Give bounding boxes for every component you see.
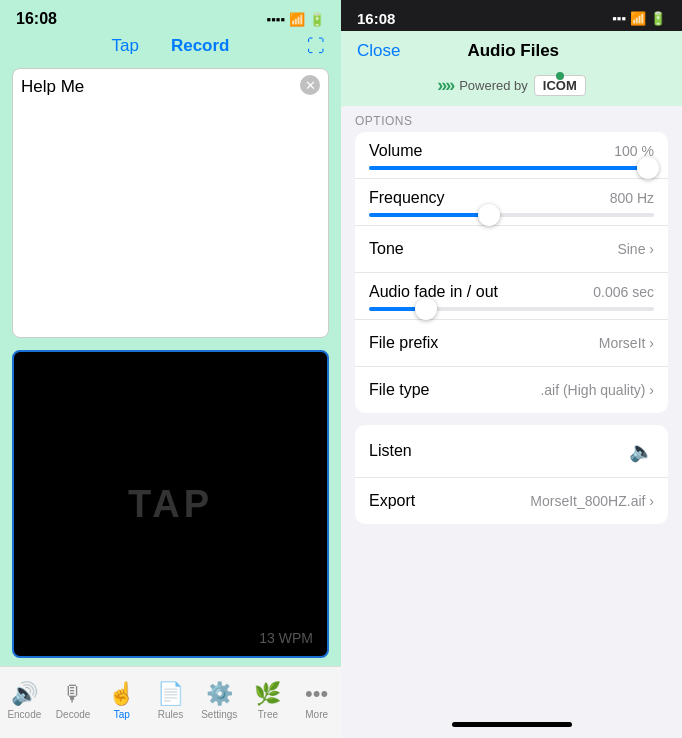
frequency-value: 800 Hz bbox=[610, 190, 654, 206]
decode-icon: 🎙 bbox=[62, 681, 84, 707]
options-body: OPTIONS Volume 100 % Frequenc bbox=[341, 106, 682, 710]
option-file-type[interactable]: File type .aif (High quality) › bbox=[355, 367, 668, 413]
tab-settings[interactable]: ⚙️ Settings bbox=[195, 681, 244, 720]
options-card-main: Volume 100 % Frequency 800 Hz bbox=[355, 132, 668, 413]
export-label: Export bbox=[369, 492, 415, 510]
close-button[interactable]: Close bbox=[357, 41, 400, 61]
icom-label: ICOM bbox=[543, 78, 577, 93]
frequency-slider-fill bbox=[369, 213, 489, 217]
settings-icon: ⚙️ bbox=[206, 681, 233, 707]
volume-slider-track[interactable] bbox=[369, 166, 654, 170]
tab-tree-label: Tree bbox=[258, 709, 278, 720]
nav-record[interactable]: Record bbox=[171, 36, 230, 56]
right-header: Close Audio Files »» Powered by ICOM bbox=[341, 31, 682, 106]
home-indicator bbox=[341, 710, 682, 738]
tab-decode[interactable]: 🎙 Decode bbox=[49, 681, 98, 720]
icom-dot bbox=[556, 72, 564, 80]
right-header-row: Close Audio Files bbox=[357, 41, 666, 69]
tab-encode[interactable]: 🔊 Encode bbox=[0, 681, 49, 720]
tab-more-label: More bbox=[305, 709, 328, 720]
battery-icon: 🔋 bbox=[309, 12, 325, 27]
volume-slider-thumb[interactable] bbox=[637, 157, 659, 179]
wifi-icon: 📶 bbox=[289, 12, 305, 27]
audio-fade-label: Audio fade in / out bbox=[369, 283, 498, 301]
left-status-icons: ▪▪▪▪ 📶 🔋 bbox=[267, 12, 325, 27]
option-tone[interactable]: Tone Sine › bbox=[355, 226, 668, 273]
powered-by-row: »» Powered by ICOM bbox=[357, 69, 666, 106]
clear-button[interactable]: ✕ bbox=[300, 75, 320, 95]
frequency-slider-track[interactable] bbox=[369, 213, 654, 217]
icom-badge: ICOM bbox=[534, 75, 586, 96]
tab-encode-label: Encode bbox=[7, 709, 41, 720]
tab-tap[interactable]: ☝️ Tap bbox=[97, 681, 146, 720]
volume-label: Volume bbox=[369, 142, 422, 160]
header-title: Audio Files bbox=[467, 41, 559, 61]
right-signal-icon: ▪▪▪ bbox=[612, 11, 626, 26]
right-wifi-icon: 📶 bbox=[630, 11, 646, 26]
tab-more[interactable]: ••• More bbox=[292, 681, 341, 720]
audio-fade-value: 0.006 sec bbox=[593, 284, 654, 300]
listen-label: Listen bbox=[369, 442, 412, 460]
right-battery-icon: 🔋 bbox=[650, 11, 666, 26]
tab-rules[interactable]: 📄 Rules bbox=[146, 681, 195, 720]
option-volume: Volume 100 % bbox=[355, 132, 668, 179]
export-row[interactable]: Export MorseIt_800HZ.aif › bbox=[355, 478, 668, 524]
powered-by-text: Powered by bbox=[459, 78, 528, 93]
frequency-slider-thumb[interactable] bbox=[478, 204, 500, 226]
tab-settings-label: Settings bbox=[201, 709, 237, 720]
text-area-content[interactable]: Help Me bbox=[21, 77, 84, 96]
file-prefix-value: MorseIt › bbox=[599, 335, 654, 351]
tab-decode-label: Decode bbox=[56, 709, 90, 720]
option-audio-fade: Audio fade in / out 0.006 sec bbox=[355, 273, 668, 320]
volume-slider-fill bbox=[369, 166, 648, 170]
home-bar bbox=[452, 722, 572, 727]
tap-label: TAP bbox=[128, 483, 213, 526]
tone-label: Tone bbox=[369, 240, 404, 258]
nav-tap[interactable]: Tap bbox=[112, 36, 139, 56]
option-frequency: Frequency 800 Hz bbox=[355, 179, 668, 226]
encode-icon: 🔊 bbox=[11, 681, 38, 707]
tree-icon: 🌿 bbox=[254, 681, 281, 707]
options-section-header: OPTIONS bbox=[355, 114, 668, 128]
tab-rules-label: Rules bbox=[158, 709, 184, 720]
file-type-value: .aif (High quality) › bbox=[540, 382, 654, 398]
right-status-bar: 16:08 ▪▪▪ 📶 🔋 bbox=[341, 0, 682, 31]
left-nav: Tap Record ⛶ bbox=[0, 32, 341, 64]
left-panel: 16:08 ▪▪▪▪ 📶 🔋 Tap Record ⛶ Help Me ✕ TA… bbox=[0, 0, 341, 738]
tab-tree[interactable]: 🌿 Tree bbox=[244, 681, 293, 720]
right-content: OPTIONS Volume 100 % Frequenc bbox=[341, 106, 682, 738]
frequency-label: Frequency bbox=[369, 189, 445, 207]
tap-icon: ☝️ bbox=[108, 681, 135, 707]
export-value: MorseIt_800HZ.aif › bbox=[530, 493, 654, 509]
rules-icon: 📄 bbox=[157, 681, 184, 707]
file-prefix-label: File prefix bbox=[369, 334, 438, 352]
tone-value: Sine › bbox=[617, 241, 654, 257]
listen-export-card: Listen 🔈 Export MorseIt_800HZ.aif › bbox=[355, 425, 668, 524]
left-time: 16:08 bbox=[16, 10, 57, 28]
audio-fade-slider-track[interactable] bbox=[369, 307, 654, 311]
right-status-icons: ▪▪▪ 📶 🔋 bbox=[612, 11, 666, 26]
audio-fade-slider-thumb[interactable] bbox=[415, 298, 437, 320]
tab-tap-label: Tap bbox=[114, 709, 130, 720]
option-file-prefix[interactable]: File prefix MorseIt › bbox=[355, 320, 668, 367]
right-time: 16:08 bbox=[357, 10, 395, 27]
expand-icon[interactable]: ⛶ bbox=[307, 36, 325, 57]
chevrons-icon: »» bbox=[437, 75, 453, 96]
listen-row[interactable]: Listen 🔈 bbox=[355, 425, 668, 478]
wpm-label: 13 WPM bbox=[259, 630, 313, 646]
left-status-bar: 16:08 ▪▪▪▪ 📶 🔋 bbox=[0, 0, 341, 32]
speaker-icon: 🔈 bbox=[629, 439, 654, 463]
right-panel: 16:08 ▪▪▪ 📶 🔋 Close Audio Files »» Power… bbox=[341, 0, 682, 738]
signal-icon: ▪▪▪▪ bbox=[267, 12, 285, 27]
text-area-container: Help Me ✕ bbox=[12, 68, 329, 338]
bottom-tab-bar: 🔊 Encode 🎙 Decode ☝️ Tap 📄 Rules ⚙️ Sett… bbox=[0, 666, 341, 738]
more-icon: ••• bbox=[305, 681, 328, 707]
tap-area[interactable]: TAP 13 WPM bbox=[12, 350, 329, 658]
file-type-label: File type bbox=[369, 381, 429, 399]
